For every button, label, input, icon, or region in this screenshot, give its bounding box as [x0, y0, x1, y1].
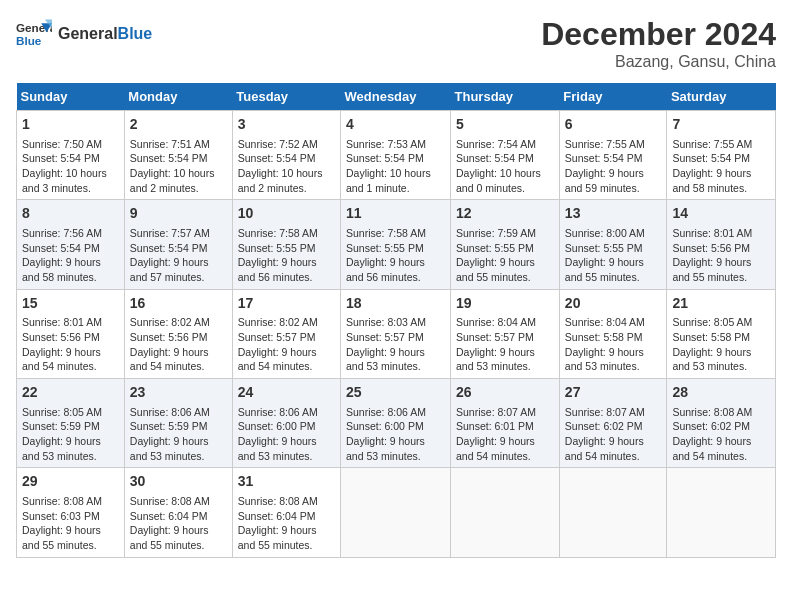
day-number: 29: [22, 472, 119, 492]
calendar-cell: 1Sunrise: 7:50 AM Sunset: 5:54 PM Daylig…: [17, 111, 125, 200]
day-number: 3: [238, 115, 335, 135]
calendar-cell: 28Sunrise: 8:08 AM Sunset: 6:02 PM Dayli…: [667, 379, 776, 468]
day-number: 17: [238, 294, 335, 314]
calendar-cell: 14Sunrise: 8:01 AM Sunset: 5:56 PM Dayli…: [667, 200, 776, 289]
calendar-cell: 20Sunrise: 8:04 AM Sunset: 5:58 PM Dayli…: [559, 289, 667, 378]
day-info: Sunrise: 7:53 AM Sunset: 5:54 PM Dayligh…: [346, 137, 445, 196]
calendar-cell: 8Sunrise: 7:56 AM Sunset: 5:54 PM Daylig…: [17, 200, 125, 289]
day-info: Sunrise: 7:58 AM Sunset: 5:55 PM Dayligh…: [238, 226, 335, 285]
day-number: 27: [565, 383, 662, 403]
day-number: 6: [565, 115, 662, 135]
day-number: 15: [22, 294, 119, 314]
day-number: 16: [130, 294, 227, 314]
day-number: 18: [346, 294, 445, 314]
calendar-cell: 6Sunrise: 7:55 AM Sunset: 5:54 PM Daylig…: [559, 111, 667, 200]
day-number: 30: [130, 472, 227, 492]
header-tuesday: Tuesday: [232, 83, 340, 111]
header-saturday: Saturday: [667, 83, 776, 111]
day-number: 26: [456, 383, 554, 403]
page-header: General Blue GeneralBlue December 2024 B…: [16, 16, 776, 71]
day-info: Sunrise: 7:55 AM Sunset: 5:54 PM Dayligh…: [565, 137, 662, 196]
day-info: Sunrise: 8:03 AM Sunset: 5:57 PM Dayligh…: [346, 315, 445, 374]
day-info: Sunrise: 7:56 AM Sunset: 5:54 PM Dayligh…: [22, 226, 119, 285]
calendar-week-5: 29Sunrise: 8:08 AM Sunset: 6:03 PM Dayli…: [17, 468, 776, 557]
day-info: Sunrise: 8:05 AM Sunset: 5:59 PM Dayligh…: [22, 405, 119, 464]
day-number: 8: [22, 204, 119, 224]
day-info: Sunrise: 8:02 AM Sunset: 5:57 PM Dayligh…: [238, 315, 335, 374]
calendar-cell: 27Sunrise: 8:07 AM Sunset: 6:02 PM Dayli…: [559, 379, 667, 468]
day-info: Sunrise: 8:08 AM Sunset: 6:04 PM Dayligh…: [130, 494, 227, 553]
day-number: 4: [346, 115, 445, 135]
day-number: 31: [238, 472, 335, 492]
day-number: 22: [22, 383, 119, 403]
header-wednesday: Wednesday: [341, 83, 451, 111]
day-info: Sunrise: 7:57 AM Sunset: 5:54 PM Dayligh…: [130, 226, 227, 285]
day-info: Sunrise: 8:08 AM Sunset: 6:04 PM Dayligh…: [238, 494, 335, 553]
header-thursday: Thursday: [451, 83, 560, 111]
calendar-cell: 30Sunrise: 8:08 AM Sunset: 6:04 PM Dayli…: [124, 468, 232, 557]
day-number: 12: [456, 204, 554, 224]
day-number: 19: [456, 294, 554, 314]
month-title: December 2024: [541, 16, 776, 53]
calendar-body: 1Sunrise: 7:50 AM Sunset: 5:54 PM Daylig…: [17, 111, 776, 558]
calendar-cell: 19Sunrise: 8:04 AM Sunset: 5:57 PM Dayli…: [451, 289, 560, 378]
day-info: Sunrise: 7:55 AM Sunset: 5:54 PM Dayligh…: [672, 137, 770, 196]
day-info: Sunrise: 7:52 AM Sunset: 5:54 PM Dayligh…: [238, 137, 335, 196]
calendar-cell: 31Sunrise: 8:08 AM Sunset: 6:04 PM Dayli…: [232, 468, 340, 557]
day-info: Sunrise: 8:01 AM Sunset: 5:56 PM Dayligh…: [22, 315, 119, 374]
day-info: Sunrise: 7:59 AM Sunset: 5:55 PM Dayligh…: [456, 226, 554, 285]
logo-name: GeneralBlue: [58, 25, 152, 43]
header-friday: Friday: [559, 83, 667, 111]
day-info: Sunrise: 8:07 AM Sunset: 6:01 PM Dayligh…: [456, 405, 554, 464]
calendar-cell: 12Sunrise: 7:59 AM Sunset: 5:55 PM Dayli…: [451, 200, 560, 289]
calendar-cell: 29Sunrise: 8:08 AM Sunset: 6:03 PM Dayli…: [17, 468, 125, 557]
location: Bazang, Gansu, China: [541, 53, 776, 71]
day-info: Sunrise: 8:04 AM Sunset: 5:58 PM Dayligh…: [565, 315, 662, 374]
day-info: Sunrise: 8:05 AM Sunset: 5:58 PM Dayligh…: [672, 315, 770, 374]
day-number: 2: [130, 115, 227, 135]
calendar-cell: 2Sunrise: 7:51 AM Sunset: 5:54 PM Daylig…: [124, 111, 232, 200]
logo: General Blue GeneralBlue: [16, 16, 152, 52]
day-number: 28: [672, 383, 770, 403]
calendar-cell: [559, 468, 667, 557]
calendar-cell: 17Sunrise: 8:02 AM Sunset: 5:57 PM Dayli…: [232, 289, 340, 378]
title-block: December 2024 Bazang, Gansu, China: [541, 16, 776, 71]
logo-icon: General Blue: [16, 16, 52, 52]
day-number: 20: [565, 294, 662, 314]
day-info: Sunrise: 8:07 AM Sunset: 6:02 PM Dayligh…: [565, 405, 662, 464]
day-info: Sunrise: 8:01 AM Sunset: 5:56 PM Dayligh…: [672, 226, 770, 285]
calendar-cell: 10Sunrise: 7:58 AM Sunset: 5:55 PM Dayli…: [232, 200, 340, 289]
day-number: 14: [672, 204, 770, 224]
day-number: 24: [238, 383, 335, 403]
day-info: Sunrise: 8:00 AM Sunset: 5:55 PM Dayligh…: [565, 226, 662, 285]
calendar-cell: [667, 468, 776, 557]
day-number: 9: [130, 204, 227, 224]
svg-text:Blue: Blue: [16, 34, 42, 47]
day-number: 10: [238, 204, 335, 224]
day-info: Sunrise: 8:06 AM Sunset: 5:59 PM Dayligh…: [130, 405, 227, 464]
day-info: Sunrise: 8:04 AM Sunset: 5:57 PM Dayligh…: [456, 315, 554, 374]
calendar-cell: 3Sunrise: 7:52 AM Sunset: 5:54 PM Daylig…: [232, 111, 340, 200]
calendar-cell: 4Sunrise: 7:53 AM Sunset: 5:54 PM Daylig…: [341, 111, 451, 200]
calendar-week-1: 1Sunrise: 7:50 AM Sunset: 5:54 PM Daylig…: [17, 111, 776, 200]
header-monday: Monday: [124, 83, 232, 111]
calendar-cell: 13Sunrise: 8:00 AM Sunset: 5:55 PM Dayli…: [559, 200, 667, 289]
calendar-week-2: 8Sunrise: 7:56 AM Sunset: 5:54 PM Daylig…: [17, 200, 776, 289]
day-info: Sunrise: 8:02 AM Sunset: 5:56 PM Dayligh…: [130, 315, 227, 374]
day-number: 13: [565, 204, 662, 224]
day-info: Sunrise: 8:06 AM Sunset: 6:00 PM Dayligh…: [238, 405, 335, 464]
calendar-cell: 26Sunrise: 8:07 AM Sunset: 6:01 PM Dayli…: [451, 379, 560, 468]
day-number: 1: [22, 115, 119, 135]
calendar-cell: 22Sunrise: 8:05 AM Sunset: 5:59 PM Dayli…: [17, 379, 125, 468]
day-number: 25: [346, 383, 445, 403]
calendar-cell: 5Sunrise: 7:54 AM Sunset: 5:54 PM Daylig…: [451, 111, 560, 200]
calendar-week-4: 22Sunrise: 8:05 AM Sunset: 5:59 PM Dayli…: [17, 379, 776, 468]
day-info: Sunrise: 7:51 AM Sunset: 5:54 PM Dayligh…: [130, 137, 227, 196]
calendar-header-row: SundayMondayTuesdayWednesdayThursdayFrid…: [17, 83, 776, 111]
calendar-cell: 11Sunrise: 7:58 AM Sunset: 5:55 PM Dayli…: [341, 200, 451, 289]
calendar-cell: 21Sunrise: 8:05 AM Sunset: 5:58 PM Dayli…: [667, 289, 776, 378]
header-sunday: Sunday: [17, 83, 125, 111]
calendar-cell: 24Sunrise: 8:06 AM Sunset: 6:00 PM Dayli…: [232, 379, 340, 468]
calendar-week-3: 15Sunrise: 8:01 AM Sunset: 5:56 PM Dayli…: [17, 289, 776, 378]
day-info: Sunrise: 8:06 AM Sunset: 6:00 PM Dayligh…: [346, 405, 445, 464]
